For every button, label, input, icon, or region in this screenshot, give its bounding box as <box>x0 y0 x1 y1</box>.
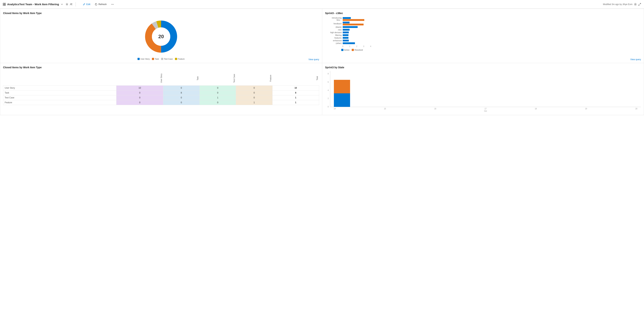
legend-label-user-story: User Story <box>140 58 150 60</box>
legend-dot-active <box>341 49 344 51</box>
sbar-column <box>334 73 350 107</box>
svg-point-8 <box>113 4 114 5</box>
hbar-row: Introducing Wor... <box>326 17 640 21</box>
hbar-row: (blank) <box>326 26 640 28</box>
legend-dot-resolved <box>352 49 354 51</box>
hbar-active <box>343 26 358 28</box>
legend-active-label: Active <box>344 49 350 51</box>
table-cell: 1 <box>200 95 236 100</box>
table-cell: 0 <box>200 85 236 90</box>
table-cell: 0 <box>163 100 200 105</box>
topbar-right: Modified 3m ago by Jihye Eom <box>603 3 641 6</box>
page-title: AnalyticsTest Team - Work Item Filtering <box>7 3 59 6</box>
hbar-bars <box>343 32 640 33</box>
widget-closed-items-donut: Closed Items by Work Item Type <box>0 9 322 63</box>
expand-icon[interactable] <box>638 3 641 6</box>
y-axis-labels: 8 6 4 2 0 <box>325 73 329 108</box>
table-row: User Story1000010 <box>3 85 319 90</box>
legend-user-story: User Story <box>138 58 150 60</box>
sbar-chart-container: 8 6 4 2 0 14151617181920 <box>325 71 641 112</box>
refresh-button[interactable]: Refresh <box>93 2 108 7</box>
star-icon[interactable] <box>66 3 68 6</box>
widget1-title: Closed Items by Work Item Type <box>3 12 319 15</box>
topbar-actions: Edit Refresh <box>81 2 116 7</box>
hbar-bars <box>343 34 640 36</box>
refresh-label: Refresh <box>98 3 107 6</box>
table-cell: 1 <box>236 100 272 105</box>
edit-button[interactable]: Edit <box>81 2 92 7</box>
hbar-active <box>343 40 349 42</box>
hbar-active <box>343 32 349 33</box>
refresh-icon <box>95 3 98 6</box>
legend-resolved: Resolved <box>352 49 363 51</box>
table-cell: 0 <box>116 100 163 105</box>
table-cell: 0 <box>236 90 272 95</box>
chevron-down-icon[interactable] <box>60 3 63 6</box>
hbar-axis-label: 0 <box>342 45 344 47</box>
hbar-row: (other) <box>326 42 640 44</box>
hbar-label: Introducing Wor... <box>326 17 343 21</box>
hbar-bars <box>343 42 640 44</box>
donut-container: 20 User Story Task Test Case Feature <box>3 17 319 60</box>
hbar-row: feedback <box>326 22 640 26</box>
legend-dot-user-story <box>138 58 140 60</box>
sbar-x-label: 18 <box>535 108 537 110</box>
col-user-story: User Story <box>116 71 163 85</box>
dashboard: Closed Items by Work Item Type <box>0 9 644 115</box>
table-cell: 10 <box>116 85 163 90</box>
hbar-resolved <box>343 24 364 26</box>
table-cell: 0 <box>200 90 236 95</box>
more-button[interactable] <box>109 2 116 7</box>
topbar-left: AnalyticsTest Team - Work Item Filtering… <box>3 2 116 7</box>
sbar-resolved-seg <box>334 80 350 93</box>
table-header-row: User Story Task Test Case Feature Total <box>3 71 319 85</box>
row-label: Task <box>3 90 116 95</box>
legend-label-task: Task <box>155 58 159 60</box>
legend-active: Active <box>341 49 350 51</box>
col-total: Total <box>272 71 319 85</box>
x-month-label: Oct <box>330 110 641 112</box>
hbar-bars <box>343 22 640 26</box>
sbar-x-label: 19 <box>585 108 587 110</box>
view-query-1[interactable]: View query <box>308 58 319 61</box>
row-label: Test Case <box>3 95 116 100</box>
y-label-0: 0 <box>325 106 329 108</box>
table-cell: 8 <box>163 90 200 95</box>
settings-icon[interactable] <box>634 3 637 6</box>
hbar-label: features <box>326 37 343 39</box>
ellipsis-icon <box>111 3 114 6</box>
svg-point-9 <box>635 4 636 5</box>
hbar-row: features <box>326 37 640 39</box>
hbar-label: high demand <box>326 31 343 34</box>
svg-rect-1 <box>4 3 6 4</box>
svg-rect-3 <box>4 5 6 6</box>
table-cell: 0 <box>163 85 200 90</box>
hbar-resolved <box>343 19 364 21</box>
hbar-active <box>343 34 348 36</box>
hbar-label: new <box>326 29 343 31</box>
people-icon[interactable] <box>70 3 73 6</box>
y-label-2: 2 <box>325 98 329 100</box>
widget3-title: Closed Items by Work Item Type <box>3 66 319 69</box>
hbar-axis-label: 2 <box>356 45 357 47</box>
legend-feature: Feature <box>175 58 185 60</box>
row-label: User Story <box>3 85 116 90</box>
legend-dot-feature <box>175 58 177 60</box>
table-cell: 0 <box>200 100 236 105</box>
hbar-bars <box>343 29 640 31</box>
row-label: Feature <box>3 100 116 105</box>
legend-dot-test-case <box>161 58 163 60</box>
view-query-2[interactable]: View query <box>630 58 641 61</box>
sbar-x-label: 16 <box>434 108 436 110</box>
hbar-label: (other) <box>326 42 343 44</box>
table-cell: 0 <box>116 95 163 100</box>
legend-resolved-label: Resolved <box>354 49 363 51</box>
sbar-x-label: 15 <box>384 108 386 110</box>
hbar-bars <box>343 26 640 28</box>
topbar: AnalyticsTest Team - Work Item Filtering… <box>0 0 644 9</box>
hbar-legend: Active Resolved <box>325 49 641 51</box>
legend-label-feature: Feature <box>178 58 185 60</box>
sbar-wrapper: 8 6 4 2 0 14151617181920 <box>325 71 641 112</box>
svg-rect-0 <box>3 3 4 4</box>
hbar-label: filtering <box>326 34 343 36</box>
